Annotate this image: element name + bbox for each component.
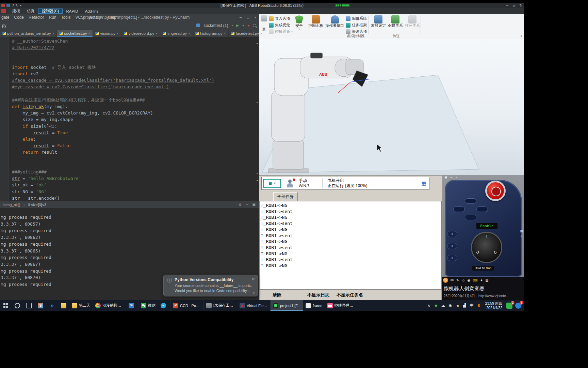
menu-item[interactable]: Run: [49, 15, 56, 20]
ribbon-large-button[interactable]: 离线设定 ▾: [371, 15, 386, 28]
save-icon[interactable]: [6, 4, 10, 7]
tab-all-tasks[interactable]: 全部任务: [273, 192, 298, 201]
quick-launch-button[interactable]: e: [46, 300, 58, 311]
ribbon-tab[interactable]: Add-Ins: [82, 9, 102, 14]
menu-item[interactable]: Refactor: [29, 15, 44, 20]
tray-icon[interactable]: ∧: [427, 303, 431, 308]
ribbon-small-button[interactable]: 碰撞避免 ▾: [269, 29, 293, 34]
editor-tab[interactable]: histogram.py ×: [193, 30, 229, 37]
settings-gear-icon[interactable]: ⚙: [239, 203, 242, 206]
ime-toolbar-icon[interactable]: ◉: [468, 278, 471, 282]
notification-settings-icon[interactable]: ⚙: [252, 277, 255, 281]
pendant-side-button[interactable]: ≡: [447, 231, 457, 237]
editor-tab[interactable]: sockettest.py ×: [57, 30, 93, 37]
search-everywhere-icon[interactable]: [253, 24, 256, 27]
minimize-button[interactable]: ─: [506, 4, 508, 7]
code-editor[interactable]: # __author:StevenChen# Date:2021/4/22 im…: [0, 37, 259, 201]
pendant-key[interactable]: [453, 206, 465, 212]
pendant-side-button[interactable]: ≡: [447, 255, 457, 261]
tab-close-icon[interactable]: ×: [117, 32, 119, 35]
tab-close-icon[interactable]: ×: [224, 32, 226, 35]
tray-icon[interactable]: S: [477, 304, 481, 308]
redo-icon[interactable]: ↻: [16, 3, 19, 7]
debug-button[interactable]: ●: [242, 24, 244, 27]
pendant-side-button[interactable]: ≡: [447, 243, 457, 249]
editor-tab[interactable]: videorecord.py ×: [121, 30, 160, 37]
ribbon-tab[interactable]: 仿真: [23, 9, 38, 14]
tab-close-icon[interactable]: ×: [260, 32, 262, 35]
restore-icon[interactable]: ▣: [444, 175, 447, 179]
ribbon-large-button[interactable]: 创建关系 ▾: [388, 15, 403, 28]
ribbon-tab[interactable]: RAPID: [63, 9, 81, 14]
customize-toolbar-icon[interactable]: ▾: [20, 3, 22, 7]
project-breadcrumb[interactable]: py: [2, 23, 6, 28]
taskbar-clock[interactable]: 23:59 周四 2021/4/22: [485, 301, 502, 310]
pendant-key[interactable]: [465, 198, 476, 204]
pendant-key[interactable]: [476, 206, 488, 212]
ime-toolbar-icon[interactable]: ⌨: [473, 278, 477, 282]
menu-item[interactable]: VCS: [75, 15, 84, 20]
io-grid-icon[interactable]: ▦: [422, 180, 426, 186]
sogou-logo-icon[interactable]: S: [443, 278, 448, 283]
taskbar-window-button[interactable]: 第二天: [69, 300, 93, 311]
sogou-ime-toolbar[interactable]: S 中 ✎ ☺ ◉ ⌨ ✦ ▦: [443, 278, 489, 283]
minimize-icon[interactable]: ─: [451, 175, 453, 179]
stop-button[interactable]: ■: [248, 24, 249, 27]
hold-to-run-button[interactable]: Hold To Run: [472, 266, 494, 271]
log-footer-button[interactable]: 清除: [273, 292, 281, 298]
app-menu-icon[interactable]: [1, 4, 5, 7]
tab-close-icon[interactable]: ×: [88, 32, 90, 35]
hide-panel-icon[interactable]: ─: [246, 203, 248, 206]
panel-icon[interactable]: ▤: [520, 229, 523, 233]
editor-tab[interactable]: vision.py ×: [93, 30, 121, 37]
log-footer-button[interactable]: 不显示任务名: [337, 292, 363, 298]
quick-launch-button[interactable]: [23, 300, 35, 311]
tray-icon[interactable]: ◆: [434, 303, 438, 308]
minimize-button[interactable]: ─: [240, 16, 242, 19]
taskbar-window-button[interactable]: P CCD - Pow...: [170, 300, 204, 311]
close-icon[interactable]: ×: [456, 175, 457, 179]
ribbon-small-button[interactable]: 任务框架: [346, 22, 367, 28]
tray-icon[interactable]: ◉: [448, 303, 453, 308]
taskbar-window-button[interactable]: frame: [303, 300, 325, 311]
tray-icon[interactable]: ◄: [455, 304, 460, 308]
undo-icon[interactable]: ↺: [12, 3, 14, 7]
ime-toolbar-icon[interactable]: ✦: [480, 278, 483, 282]
ribbon-small-button[interactable]: 编辑系统: [346, 16, 367, 21]
tray-app-icon[interactable]: 3: [515, 303, 521, 309]
dropdown-caret-icon[interactable]: ▾: [231, 24, 233, 27]
help-icon[interactable]: ?: [519, 4, 521, 8]
menu-item[interactable]: Window: [88, 15, 103, 20]
pendant-menu-button[interactable]: ≡ ∨: [263, 179, 281, 188]
3d-viewport[interactable]: ABB: [259, 39, 524, 175]
ime-toolbar-icon[interactable]: 中: [451, 278, 454, 283]
tab-close-icon[interactable]: ×: [52, 32, 54, 35]
home-icon[interactable]: ⌂: [513, 4, 515, 8]
code-area[interactable]: # __author:StevenChen# Date:2021/4/22 im…: [9, 38, 256, 201]
ribbon-large-button[interactable]: 控制面板 ▾: [308, 15, 323, 30]
log-footer-button[interactable]: 不显示日志: [307, 292, 329, 298]
emergency-stop-button[interactable]: [485, 181, 506, 201]
taskbar-window-button[interactable]: 动漫的搜索...: [93, 300, 126, 311]
ime-toolbar-icon[interactable]: ▦: [485, 278, 488, 282]
quick-launch-button[interactable]: [58, 300, 69, 311]
close-icon[interactable]: ×: [520, 234, 523, 238]
ribbon-large-button[interactable]: 操作者窗口 ▾: [325, 15, 344, 30]
tray-icon[interactable]: ▟: [462, 303, 467, 308]
menu-item[interactable]: Tools: [61, 15, 70, 20]
taskbar-window-button[interactable]: project1 [F...: [271, 300, 303, 311]
taskbar-window-button[interactable]: 微信: [138, 300, 158, 311]
close-button[interactable]: ×: [254, 16, 256, 19]
run-config-selector[interactable]: sockettest (1): [203, 23, 228, 28]
quick-launch-button[interactable]: S: [35, 300, 46, 311]
operator-icon[interactable]: [287, 179, 294, 188]
ribbon-large-button[interactable]: 安全 ▾: [292, 15, 306, 30]
tab-close-icon[interactable]: ×: [156, 32, 158, 35]
taskbar-window-button[interactable]: 哔哩哔哩直...: [325, 300, 358, 311]
breadcrumb-item[interactable]: if size[0]<3: [23, 203, 46, 207]
ribbon-tab[interactable]: 建模: [9, 9, 23, 14]
editor-tab[interactable]: imgread.py ×: [160, 30, 193, 37]
ime-toolbar-icon[interactable]: ✎: [456, 278, 459, 282]
ribbon-button-cut[interactable]: 器: [260, 15, 268, 32]
file-menu-icon[interactable]: [1, 9, 6, 13]
